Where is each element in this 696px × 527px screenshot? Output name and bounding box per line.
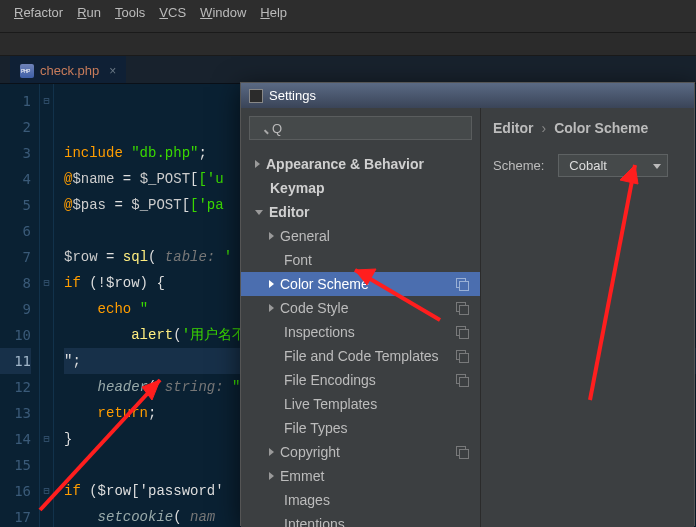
scope-icon	[456, 446, 468, 458]
chevron-down-icon	[255, 210, 263, 215]
chevron-right-icon	[269, 448, 274, 456]
line-number: 9	[0, 296, 31, 322]
line-number: 8	[0, 270, 31, 296]
tree-item-editor[interactable]: Editor	[241, 200, 480, 224]
settings-tree: Appearance & BehaviorKeymapEditorGeneral…	[241, 148, 480, 527]
line-number: 3	[0, 140, 31, 166]
tree-item-label: Color Scheme	[280, 276, 369, 292]
tree-item-intentions[interactable]: Intentions	[241, 512, 480, 527]
settings-search-input[interactable]	[249, 116, 472, 140]
settings-content: Editor › Color Scheme Scheme: Cobalt	[481, 108, 694, 527]
tree-item-label: Live Templates	[284, 396, 377, 412]
line-number: 13	[0, 400, 31, 426]
chevron-right-icon	[269, 304, 274, 312]
line-number: 12	[0, 374, 31, 400]
tree-item-label: File Encodings	[284, 372, 376, 388]
settings-titlebar[interactable]: Settings	[241, 83, 694, 108]
scope-icon	[456, 326, 468, 338]
toolbar-strip	[0, 32, 696, 56]
tree-item-keymap[interactable]: Keymap	[241, 176, 480, 200]
tree-item-label: Inspections	[284, 324, 355, 340]
menu-help[interactable]: Help	[254, 3, 293, 22]
breadcrumb: Editor › Color Scheme	[493, 120, 682, 136]
line-number: 7	[0, 244, 31, 270]
tree-item-label: Emmet	[280, 468, 324, 484]
line-number: 11	[0, 348, 31, 374]
scheme-row: Scheme: Cobalt	[493, 154, 682, 177]
settings-window-icon	[249, 89, 263, 103]
menu-window[interactable]: Window	[194, 3, 252, 22]
settings-sidebar: Appearance & BehaviorKeymapEditorGeneral…	[241, 108, 481, 527]
editor-tab[interactable]: check.php ×	[10, 56, 126, 83]
tree-item-label: File Types	[284, 420, 348, 436]
tree-item-label: Copyright	[280, 444, 340, 460]
tree-item-label: Keymap	[270, 180, 324, 196]
scope-icon	[456, 374, 468, 386]
chevron-right-icon	[269, 232, 274, 240]
menu-run[interactable]: Run	[71, 3, 107, 22]
tree-item-general[interactable]: General	[241, 224, 480, 248]
scheme-dropdown-value: Cobalt	[569, 158, 607, 173]
tree-item-images[interactable]: Images	[241, 488, 480, 512]
tree-item-appearance-behavior[interactable]: Appearance & Behavior	[241, 152, 480, 176]
line-number: 1	[0, 88, 31, 114]
line-number: 5	[0, 192, 31, 218]
scope-icon	[456, 302, 468, 314]
tree-item-label: Intentions	[284, 516, 345, 527]
close-icon[interactable]: ×	[109, 64, 116, 78]
line-number: 6	[0, 218, 31, 244]
tree-item-color-scheme[interactable]: Color Scheme	[241, 272, 480, 296]
tree-item-label: Editor	[269, 204, 309, 220]
chevron-right-icon	[269, 472, 274, 480]
line-number: 4	[0, 166, 31, 192]
settings-search-wrap	[241, 108, 480, 148]
chevron-right-icon	[269, 280, 274, 288]
settings-title-text: Settings	[269, 88, 316, 103]
line-number: 14	[0, 426, 31, 452]
line-number: 17	[0, 504, 31, 527]
scope-icon	[456, 278, 468, 290]
tree-item-font[interactable]: Font	[241, 248, 480, 272]
line-number: 16	[0, 478, 31, 504]
tree-item-live-templates[interactable]: Live Templates	[241, 392, 480, 416]
scheme-dropdown[interactable]: Cobalt	[558, 154, 668, 177]
menu-tools[interactable]: Tools	[109, 3, 151, 22]
tree-item-inspections[interactable]: Inspections	[241, 320, 480, 344]
tree-item-emmet[interactable]: Emmet	[241, 464, 480, 488]
line-gutter: 123456789101112131415161718	[0, 84, 40, 527]
breadcrumb-1[interactable]: Editor	[493, 120, 533, 136]
tree-item-file-and-code-templates[interactable]: File and Code Templates	[241, 344, 480, 368]
menu-refactor[interactable]: Refactor	[8, 3, 69, 22]
tree-item-label: Font	[284, 252, 312, 268]
tree-item-label: Images	[284, 492, 330, 508]
tree-item-label: Appearance & Behavior	[266, 156, 424, 172]
chevron-right-icon: ›	[541, 120, 546, 136]
tree-item-label: File and Code Templates	[284, 348, 439, 364]
breadcrumb-2: Color Scheme	[554, 120, 648, 136]
editor-tab-label: check.php	[40, 63, 99, 78]
fold-gutter: ⊟⊟⊟⊟	[40, 84, 54, 527]
line-number: 2	[0, 114, 31, 140]
tree-item-file-encodings[interactable]: File Encodings	[241, 368, 480, 392]
line-number: 15	[0, 452, 31, 478]
chevron-right-icon	[255, 160, 260, 168]
tree-item-label: General	[280, 228, 330, 244]
scheme-label: Scheme:	[493, 158, 544, 173]
line-number: 10	[0, 322, 31, 348]
main-menu-bar: Refactor Run Tools VCS Window Help	[0, 0, 696, 32]
php-file-icon	[20, 64, 34, 78]
tree-item-file-types[interactable]: File Types	[241, 416, 480, 440]
tree-item-code-style[interactable]: Code Style	[241, 296, 480, 320]
scope-icon	[456, 350, 468, 362]
editor-tab-bar: check.php ×	[0, 56, 696, 84]
menu-vcs[interactable]: VCS	[153, 3, 192, 22]
tree-item-copyright[interactable]: Copyright	[241, 440, 480, 464]
settings-dialog: Settings Appearance & BehaviorKeymapEdit…	[240, 82, 695, 526]
tree-item-label: Code Style	[280, 300, 348, 316]
